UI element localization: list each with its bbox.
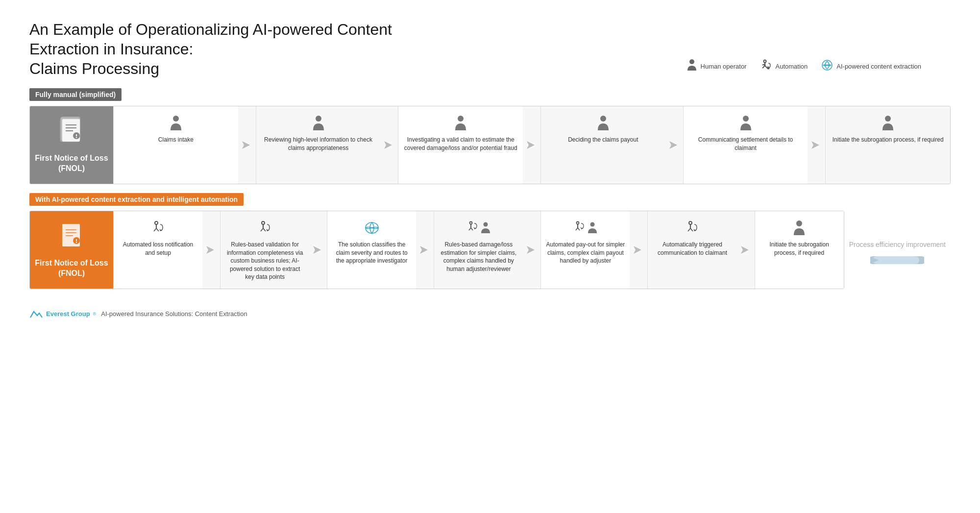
manual-step-2: Reviewing high-level information to chec… bbox=[256, 106, 381, 184]
manual-step-3-text: Investigating a valid claim to estimate … bbox=[403, 136, 518, 152]
ai-arrow-5 bbox=[630, 211, 647, 289]
arrow-1 bbox=[238, 106, 256, 184]
efficiency-text: Process efficiency improvement bbox=[849, 240, 946, 249]
human-icon-step1 bbox=[169, 114, 183, 132]
svg-point-31 bbox=[155, 221, 158, 224]
manual-fnol-title: First Notice of Loss (FNOL) bbox=[35, 153, 108, 174]
ai-arrow-1 bbox=[202, 211, 220, 289]
human-icon-step4 bbox=[596, 114, 610, 132]
svg-point-17 bbox=[458, 116, 464, 122]
legend-ai: AI-powered content extraction bbox=[821, 59, 921, 73]
ai-step-6-text: Automatically triggered communication to… bbox=[653, 241, 732, 257]
ai-step-7: Initiate the subrogation process, if req… bbox=[755, 211, 844, 289]
everest-group-logo: Everest Group ® bbox=[29, 309, 96, 319]
manual-step-1-text: Claims intake bbox=[158, 136, 194, 144]
ai-icon bbox=[821, 59, 833, 73]
page-title: An Example of Operationalizing AI-powere… bbox=[29, 20, 451, 78]
fnol-document-icon bbox=[59, 116, 84, 149]
ai-step-5-text: Automated pay-out for simpler claims, co… bbox=[546, 241, 625, 265]
arrow-5 bbox=[808, 106, 825, 184]
svg-point-23 bbox=[885, 116, 891, 122]
svg-point-33 bbox=[262, 221, 265, 224]
ai-section-label: With AI-powered content extraction and i… bbox=[29, 193, 244, 206]
svg-rect-49 bbox=[873, 256, 919, 264]
svg-marker-39 bbox=[527, 246, 535, 254]
efficiency-indicator: Process efficiency improvement bbox=[844, 240, 951, 269]
svg-point-41 bbox=[590, 222, 595, 226]
svg-point-21 bbox=[743, 116, 749, 122]
human-operator-icon bbox=[686, 59, 697, 74]
ai-step-5: Automated pay-out for simpler claims, co… bbox=[540, 211, 630, 289]
manual-step-4-text: Deciding the claims payout bbox=[568, 136, 638, 144]
human-icon-step7 bbox=[792, 219, 806, 237]
automation-icon-step1 bbox=[151, 219, 166, 237]
manual-step-2-text: Reviewing high-level information to chec… bbox=[261, 136, 376, 152]
svg-marker-18 bbox=[527, 141, 535, 149]
ai-step-4: Rules-based damage/loss estimation for s… bbox=[434, 211, 523, 289]
arrow-3 bbox=[523, 106, 540, 184]
ai-arrow-2 bbox=[309, 211, 327, 289]
ai-fnol-document-icon bbox=[59, 221, 84, 254]
mixed-icon-step4 bbox=[466, 219, 491, 237]
legend-ai-label: AI-powered content extraction bbox=[836, 63, 921, 70]
svg-point-12 bbox=[76, 137, 77, 138]
svg-point-38 bbox=[484, 222, 488, 226]
manual-steps: Claims intake Reviewing high-level infor… bbox=[113, 106, 950, 184]
svg-point-45 bbox=[796, 220, 802, 226]
svg-point-37 bbox=[470, 221, 472, 224]
footer-caption: AI-powered Insurance Solutions: Content … bbox=[101, 310, 247, 318]
ai-step-2: Rules-based validation for information c… bbox=[220, 211, 309, 289]
svg-point-0 bbox=[689, 59, 694, 64]
svg-marker-34 bbox=[313, 246, 321, 254]
automation-icon bbox=[760, 59, 772, 73]
manual-step-3: Investigating a valid claim to estimate … bbox=[398, 106, 523, 184]
manual-section-label: Fully manual (simplified) bbox=[29, 88, 122, 101]
human-icon-step5 bbox=[739, 114, 753, 132]
ai-step-6: Automatically triggered communication to… bbox=[647, 211, 736, 289]
title-line1: An Example of Operationalizing AI-powere… bbox=[29, 21, 392, 58]
manual-step-5-text: Communicating settlement details to clai… bbox=[688, 136, 803, 152]
legend-human-label: Human operator bbox=[701, 63, 747, 70]
svg-marker-44 bbox=[741, 246, 749, 254]
arrow-4 bbox=[665, 106, 683, 184]
ai-step-1: Automated loss notification and setup bbox=[113, 211, 202, 289]
title-line2: Claims Processing bbox=[29, 60, 159, 77]
svg-marker-14 bbox=[242, 141, 250, 149]
legend-human: Human operator bbox=[686, 59, 747, 74]
legend-automation: Automation bbox=[760, 59, 808, 73]
manual-step-6: Initiate the subrogation process, if req… bbox=[825, 106, 950, 184]
legend: Human operator Automation bbox=[686, 59, 921, 74]
manual-section: Fully manual (simplified) bbox=[29, 88, 951, 184]
ai-arrow-3 bbox=[416, 211, 434, 289]
svg-marker-32 bbox=[206, 246, 214, 254]
ai-process-row: First Notice of Loss (FNOL) bbox=[29, 211, 844, 289]
svg-point-40 bbox=[577, 221, 579, 224]
svg-point-2 bbox=[767, 68, 769, 69]
footer: Everest Group ® AI-powered Insurance Sol… bbox=[29, 309, 951, 319]
human-icon-step2 bbox=[312, 114, 325, 132]
svg-marker-20 bbox=[669, 141, 677, 149]
footer-reg-mark: ® bbox=[93, 312, 97, 317]
ai-step-2-text: Rules-based validation for information c… bbox=[225, 241, 304, 281]
automation-icon-step6 bbox=[685, 219, 700, 237]
ai-brain-icon-step3 bbox=[364, 219, 380, 237]
ai-arrow-4 bbox=[523, 211, 540, 289]
ai-fnol-box: First Notice of Loss (FNOL) bbox=[30, 211, 113, 289]
svg-point-15 bbox=[316, 116, 321, 122]
ai-fnol-title: First Notice of Loss (FNOL) bbox=[35, 258, 108, 279]
ai-step-7-text: Initiate the subrogation process, if req… bbox=[760, 241, 839, 257]
ai-section: With AI-powered content extraction and i… bbox=[29, 193, 951, 298]
ai-step-3: The solution classifies the claim severi… bbox=[327, 211, 416, 289]
arrow-2 bbox=[380, 106, 398, 184]
ai-step-1-text: Automated loss notification and setup bbox=[119, 241, 197, 257]
automation-icon-step2 bbox=[258, 219, 272, 237]
ai-step-4-text: Rules-based damage/loss estimation for s… bbox=[439, 241, 518, 273]
svg-point-43 bbox=[689, 221, 692, 224]
ai-arrow-6 bbox=[737, 211, 755, 289]
manual-fnol-box: First Notice of Loss (FNOL) bbox=[30, 106, 113, 184]
svg-point-19 bbox=[600, 116, 606, 122]
manual-step-1: Claims intake bbox=[113, 106, 238, 184]
manual-step-4: Deciding the claims payout bbox=[540, 106, 665, 184]
human-icon-step3 bbox=[454, 114, 467, 132]
manual-step-5: Communicating settlement details to clai… bbox=[683, 106, 808, 184]
